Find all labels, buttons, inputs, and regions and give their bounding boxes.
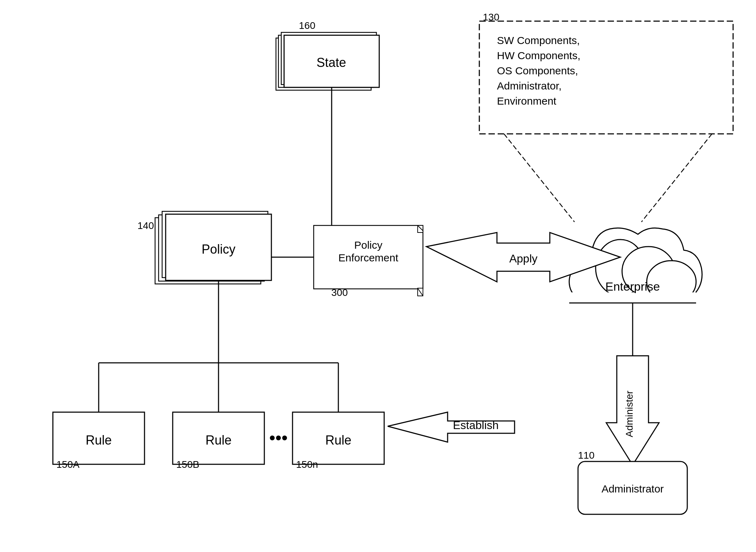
state-label: State xyxy=(316,55,346,70)
admin-number: 110 xyxy=(578,450,595,461)
rule-n-number: 150n xyxy=(296,459,318,470)
enterprise-cloud: 120 Enterprise xyxy=(569,228,702,314)
svg-text:OS Components,: OS Components, xyxy=(497,65,578,76)
svg-text:Environment: Environment xyxy=(497,95,557,107)
diagram-container: 130 SW Components, HW Components, OS Com… xyxy=(0,0,756,552)
rule-b-number: 150B xyxy=(176,459,199,470)
policy-number: 140 xyxy=(137,220,154,231)
rule-a-label: Rule xyxy=(86,433,112,447)
ellipsis: ••• xyxy=(269,428,288,448)
admin-label: Administrator xyxy=(602,483,664,495)
rule-b-label: Rule xyxy=(205,433,232,447)
apply-label: Apply xyxy=(509,252,537,265)
policy-label: Policy xyxy=(202,242,235,256)
sw-to-enterprise-right xyxy=(641,134,712,222)
svg-text:Administrator,: Administrator, xyxy=(497,80,561,92)
svg-text:HW Components,: HW Components, xyxy=(497,50,580,61)
enterprise-label: Enterprise xyxy=(606,280,660,293)
administer-label: Administer xyxy=(624,391,635,437)
svg-text:Enforcement: Enforcement xyxy=(338,252,399,263)
establish-label: Establish xyxy=(453,419,499,432)
rule-n-label: Rule xyxy=(325,433,351,447)
sw-to-enterprise-left xyxy=(504,134,574,222)
rule-a-number: 150A xyxy=(56,459,80,470)
pe-label: Policy xyxy=(354,239,382,251)
pe-number: 300 xyxy=(331,287,348,298)
sw-components-text: SW Components, xyxy=(497,35,580,46)
sw-components-number: 130 xyxy=(483,12,499,23)
state-number: 160 xyxy=(299,20,315,31)
